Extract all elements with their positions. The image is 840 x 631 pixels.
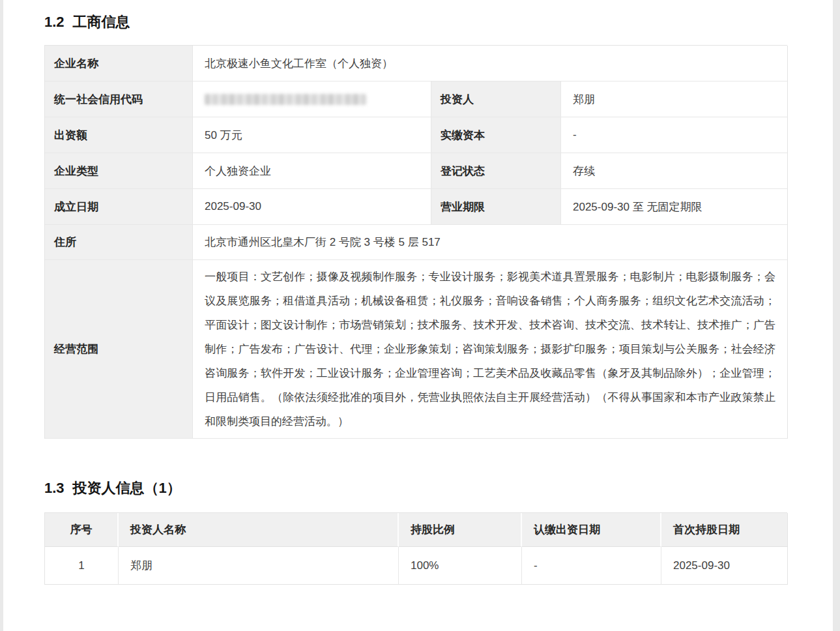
field-label-business-scope: 经营范围 xyxy=(45,260,193,439)
field-label-business-term: 营业期限 xyxy=(431,189,561,225)
field-value-investor: 郑朋 xyxy=(561,81,788,117)
field-label-investor: 投资人 xyxy=(431,81,561,117)
column-header-share-ratio: 持股比例 xyxy=(399,513,522,547)
field-value-credit-code xyxy=(193,81,431,117)
section-title: 工商信息 xyxy=(73,13,130,31)
column-header-subscribe-date: 认缴出资日期 xyxy=(522,513,661,547)
field-label-company-name: 企业名称 xyxy=(45,46,193,81)
field-value-paid-in: - xyxy=(561,117,788,153)
field-value-business-term: 2025-09-30 至 无固定期限 xyxy=(561,189,788,225)
field-value-company-type: 个人独资企业 xyxy=(193,153,431,189)
section-title: 投资人信息（1） xyxy=(73,479,181,497)
cell-share-ratio: 100% xyxy=(399,547,522,585)
cell-investor-name: 郑朋 xyxy=(119,547,399,585)
field-label-paid-in: 实缴资本 xyxy=(431,117,561,153)
section-number: 1.2 xyxy=(44,13,65,31)
section-heading-business-info: 1.2 工商信息 xyxy=(44,13,787,31)
field-value-company-name: 北京极速小鱼文化工作室（个人独资） xyxy=(193,46,788,81)
field-value-reg-status: 存续 xyxy=(561,153,788,189)
business-info-table: 企业名称 北京极速小鱼文化工作室（个人独资） 统一社会信用代码 投资人 郑朋 出… xyxy=(44,45,787,439)
cell-index: 1 xyxy=(45,547,119,585)
cell-subscribe-date: - xyxy=(522,547,661,585)
field-value-capital: 50 万元 xyxy=(193,117,431,153)
field-value-business-scope: 一般项目：文艺创作；摄像及视频制作服务；专业设计服务；影视美术道具置景服务；电影… xyxy=(193,260,788,439)
column-header-index: 序号 xyxy=(45,513,119,547)
cell-first-hold-date: 2025-09-30 xyxy=(661,547,788,585)
column-header-first-hold-date: 首次持股日期 xyxy=(661,513,788,547)
investor-table: 序号 投资人名称 持股比例 认缴出资日期 首次持股日期 1 郑朋 100% - … xyxy=(44,512,787,585)
column-header-investor-name: 投资人名称 xyxy=(119,513,399,547)
redacted-credit-code xyxy=(205,94,366,105)
field-label-credit-code: 统一社会信用代码 xyxy=(45,81,193,117)
field-label-capital: 出资额 xyxy=(45,117,193,153)
field-value-established-date: 2025-09-30 xyxy=(193,189,431,225)
content-area: 1.2 工商信息 企业名称 北京极速小鱼文化工作室（个人独资） 统一社会信用代码… xyxy=(3,0,833,631)
field-value-address: 北京市通州区北皇木厂街 2 号院 3 号楼 5 层 517 xyxy=(193,225,788,260)
section-number: 1.3 xyxy=(44,479,65,497)
section-heading-investor-info: 1.3 投资人信息（1） xyxy=(44,479,787,497)
field-label-address: 住所 xyxy=(45,225,193,260)
field-label-reg-status: 登记状态 xyxy=(431,153,561,189)
field-label-company-type: 企业类型 xyxy=(45,153,193,189)
field-label-established-date: 成立日期 xyxy=(45,189,193,225)
